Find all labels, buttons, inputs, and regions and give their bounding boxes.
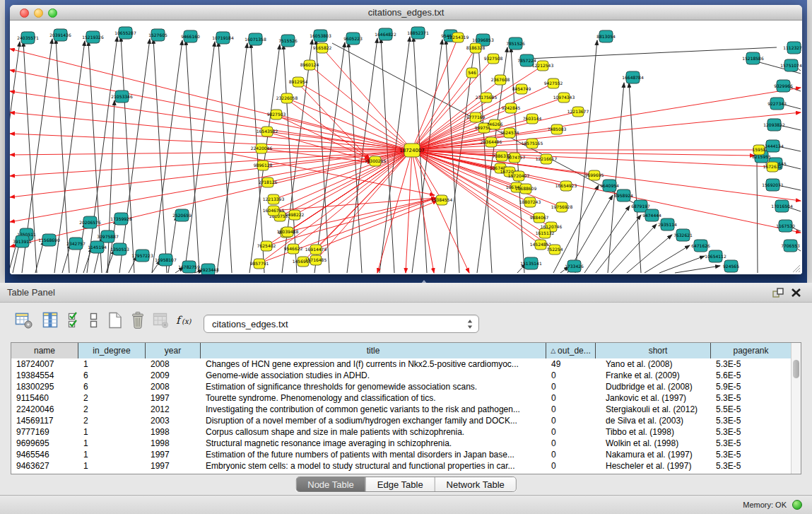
graph-edge [412, 151, 755, 156]
graph-edge [412, 151, 469, 273]
tab-node-table[interactable]: Node Table [296, 477, 365, 491]
graph-edge [10, 151, 412, 222]
cell-in-degree: 1 [78, 460, 146, 472]
table-row[interactable]: 946554611997Estimation of the future num… [11, 449, 792, 460]
graph-edge [529, 47, 777, 59]
graph-edge [121, 37, 134, 273]
column-header-year[interactable]: year [146, 343, 201, 358]
graph-edge [35, 240, 44, 273]
graph-node-label: 15720407 [508, 173, 530, 178]
cell-out-de: 0 [546, 392, 596, 404]
graph-node-label: 17359928 [110, 216, 132, 221]
graph-node-label: 2367608 [491, 77, 510, 82]
cell-title: Genome-wide association studies in ADHD. [201, 370, 546, 381]
graph-node-label: 1145194 [88, 245, 107, 250]
graph-node-label: 18300295 [365, 158, 387, 163]
network-view-window[interactable]: citations_edges.txt 24035571203914361521… [10, 5, 802, 274]
column-header-out-de[interactable]: △out_de... [546, 343, 596, 358]
network-canvas[interactable]: 2403557120391436152193261065528715276059… [10, 21, 802, 274]
new-column-icon[interactable] [106, 311, 126, 329]
cell-title: Disruption of a novel member of a sodium… [201, 415, 546, 426]
table-panel-header: Table Panel [0, 283, 812, 303]
graph-node-label: 9699695 [585, 173, 604, 177]
resize-grip-icon[interactable] [791, 263, 801, 273]
graph-edge [184, 42, 215, 273]
column-header-in-degree[interactable]: in_degree [78, 343, 146, 358]
cell-year: 1998 [146, 426, 201, 438]
cell-name: 9465546 [11, 449, 78, 460]
tab-edge-table[interactable]: Edge Table [365, 477, 435, 491]
table-selector[interactable]: citations_edges.txt [204, 315, 479, 333]
graph-node-label: 18852371 [407, 30, 429, 35]
graph-edge [217, 43, 247, 273]
select-all-rows-icon[interactable] [66, 311, 86, 329]
cell-pagerank: 5.3E-5 [711, 415, 792, 426]
function-builder-icon[interactable]: f (x) [174, 311, 194, 329]
table-row[interactable]: 1872400712008Changes of HCN gene express… [11, 358, 792, 370]
column-header-name[interactable]: name [11, 343, 78, 358]
graph-edge [412, 89, 522, 150]
cell-year: 2008 [146, 358, 201, 370]
cell-short: Yano et al. (2008) [596, 358, 711, 370]
table-selector-value: citations_edges.txt [212, 319, 288, 329]
cell-name: 9115460 [11, 392, 78, 404]
memory-ok-led-icon[interactable] [792, 500, 802, 510]
cell-title: Changes of HCN gene expression and I(f) … [201, 358, 546, 370]
graph-node-label: 16053803 [310, 33, 331, 38]
cell-year: 2008 [146, 381, 201, 392]
delete-column-icon[interactable] [129, 311, 148, 329]
table-row[interactable]: 1456911722003Disruption of a novel membe… [11, 415, 792, 426]
column-header-short[interactable]: short [596, 343, 711, 358]
import-table-disabled-icon [151, 311, 171, 329]
window-titlebar[interactable]: citations_edges.txt [10, 5, 802, 21]
node-attribute-table[interactable]: namein_degreeyeartitle△out_de...shortpag… [11, 342, 801, 474]
graph-node-label: 10974343 [553, 95, 575, 100]
tab-network-table[interactable]: Network Table [435, 477, 516, 491]
graph-node-label: 16071358 [245, 37, 266, 42]
graph-node-label: 20364486 [481, 139, 502, 144]
cell-out-de: 0 [546, 370, 596, 381]
graph-node-label: 9474444 [642, 213, 661, 218]
table-row[interactable]: 969969511998Structural magnetic resonanc… [11, 438, 792, 449]
network-desktop: citations_edges.txt 24035571203914361521… [5, 0, 807, 283]
graph-svg[interactable]: 2403557120391436152193261065528715276059… [10, 21, 802, 274]
cell-pagerank: 5.3E-5 [711, 449, 792, 460]
graph-node-label: 3913911 [13, 239, 32, 244]
cell-pagerank: 5.3E-5 [711, 460, 792, 472]
graph-node-label: 7386372 [493, 153, 512, 158]
cell-year: 1997 [146, 392, 201, 404]
scrollbar-thumb[interactable] [793, 360, 799, 378]
graph-node-label: 9427552 [544, 81, 563, 86]
clear-row-selection-icon[interactable] [88, 311, 107, 329]
graph-node-label: 30975887 [97, 234, 119, 239]
table-row[interactable]: 946362711997Embryonic stem cells: a mode… [11, 460, 792, 472]
column-header-pagerank[interactable]: pagerank [711, 343, 792, 358]
float-panel-icon[interactable] [771, 286, 785, 299]
graph-node-label: 6471626 [691, 243, 710, 248]
close-panel-icon[interactable] [789, 286, 804, 299]
cell-year: 1997 [146, 460, 201, 472]
graph-edge [575, 40, 597, 273]
cell-in-degree: 2 [78, 415, 146, 426]
graph-node-label: 8813054 [596, 34, 616, 39]
cell-out-de: 0 [546, 404, 596, 415]
table-row[interactable]: 911546021997Tourette syndrome. Phenomeno… [11, 392, 792, 404]
graph-node-label: 7706553 [781, 243, 800, 248]
show-columns-icon[interactable] [41, 311, 61, 329]
table-row[interactable]: 2242004622012Investigating the contribut… [11, 404, 792, 415]
graph-node-label: 1615132 [536, 230, 555, 235]
table-row[interactable]: 1938455462009Genome-wide association stu… [11, 370, 792, 381]
table-row[interactable]: 1830029562008Estimation of significance … [11, 381, 792, 392]
graph-node-label: 15716485 [305, 257, 327, 262]
table-settings-icon[interactable] [14, 311, 34, 329]
column-header-title[interactable]: title [201, 343, 546, 358]
graph-node-label: 2718126 [259, 180, 278, 185]
table-row[interactable]: 977716911998Corpus callosum shape and si… [11, 426, 792, 438]
cell-short: Jankovic et al. (1997) [596, 392, 711, 404]
graph-node-label: 9466160 [181, 34, 200, 39]
graph-node-label: 8186328 [466, 45, 486, 50]
graph-node-label: 746266 [487, 122, 503, 127]
table-vertical-scrollbar[interactable] [791, 343, 801, 474]
cell-in-degree: 1 [78, 426, 146, 438]
cell-title: Corpus callosum shape and size in male p… [201, 426, 546, 438]
